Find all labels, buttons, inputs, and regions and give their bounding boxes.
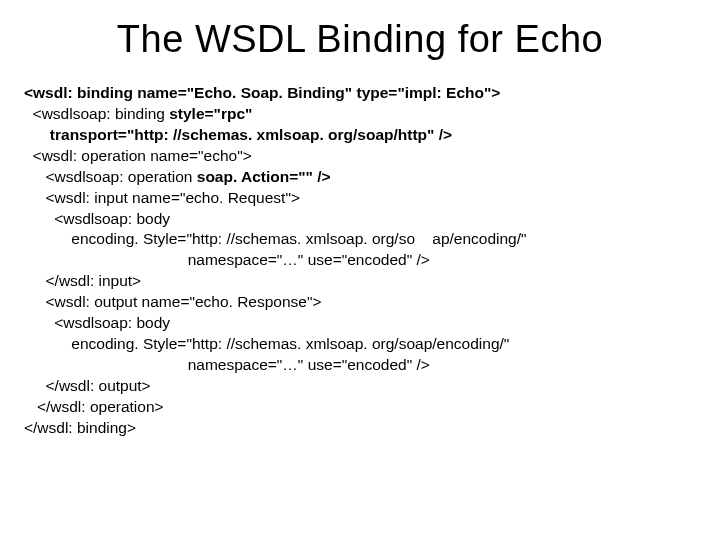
code-line: </wsdl: input>	[24, 272, 141, 289]
code-line: <wsdl: operation name="echo">	[24, 147, 252, 164]
code-block: <wsdl: binding name="Echo. Soap. Binding…	[24, 83, 696, 439]
code-line: <wsdl: input name="echo. Request">	[24, 189, 300, 206]
page-title: The WSDL Binding for Echo	[24, 18, 696, 61]
code-line: transport="http: //schemas. xmlsoap. org…	[24, 126, 452, 143]
code-line: </wsdl: output>	[24, 377, 151, 394]
code-line: <wsdlsoap: body	[24, 314, 170, 331]
code-line: encoding. Style="http: //schemas. xmlsoa…	[24, 335, 509, 352]
code-line: <wsdl: binding name="Echo. Soap. Binding…	[24, 84, 500, 101]
code-bold: soap. Action="" />	[197, 168, 331, 185]
code-line: </wsdl: binding>	[24, 419, 136, 436]
code-line: <wsdlsoap: binding	[24, 105, 169, 122]
code-line: <wsdl: output name="echo. Response">	[24, 293, 322, 310]
code-line: encoding. Style="http: //schemas. xmlsoa…	[24, 230, 527, 247]
code-line: <wsdlsoap: body	[24, 210, 170, 227]
code-line: namespace="…" use="encoded" />	[24, 356, 430, 373]
code-line: </wsdl: operation>	[24, 398, 164, 415]
slide: The WSDL Binding for Echo <wsdl: binding…	[0, 0, 720, 540]
code-line: <wsdlsoap: operation	[24, 168, 197, 185]
code-line: namespace="…" use="encoded" />	[24, 251, 430, 268]
code-bold: style="rpc"	[169, 105, 252, 122]
